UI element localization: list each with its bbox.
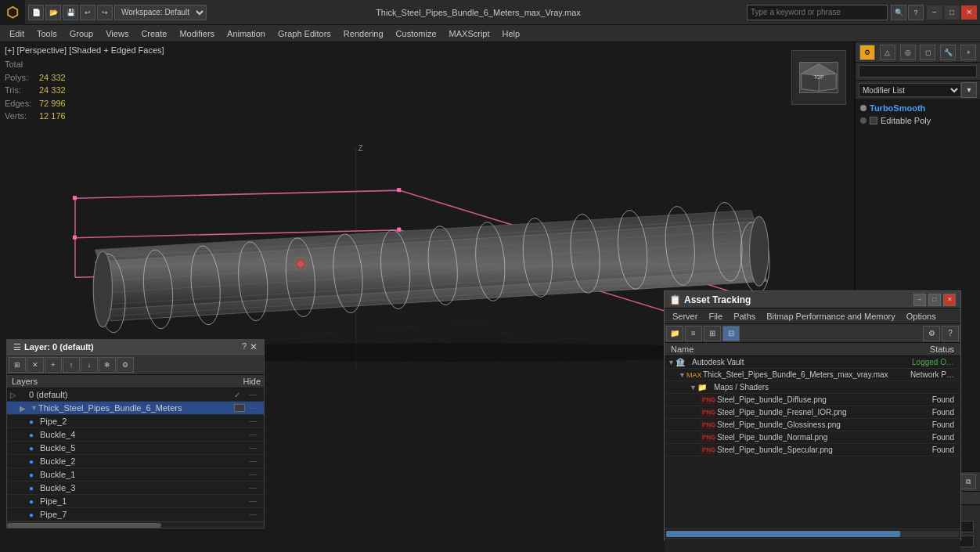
layer-item-4[interactable]: ● Buckle_5 — — [7, 442, 264, 455]
menu-bar: Edit Tools Group Views Create Modifiers … — [0, 25, 980, 42]
layer-item-0[interactable]: ▷ 0 (default) ✓ — — [7, 388, 264, 402]
layer-item-8[interactable]: ● Pipe_1 — — [7, 495, 264, 508]
new-file-btn[interactable]: 📄 — [28, 5, 44, 20]
layers-panel: ☰ Layer: 0 (default) ? ✕ ⊞ ✕ + ↑ ↓ ❄ ⚙ L… — [6, 339, 265, 529]
menu-maxscript[interactable]: MAXScript — [443, 27, 496, 40]
asset-menu-paths[interactable]: Paths — [729, 311, 760, 322]
instance-icon[interactable]: ⧉ — [960, 474, 976, 489]
nav-cube[interactable]: TOP — [791, 50, 846, 105]
svg-rect-51 — [397, 228, 401, 232]
menu-group[interactable]: Group — [63, 27, 100, 40]
gloss-name: Steel_Pipe_bundle_Glossiness.png — [717, 420, 895, 429]
asset-tool-folder[interactable]: 📁 — [666, 326, 683, 341]
asset-row-maps[interactable]: ▼ 📁 Maps / Shaders — [665, 381, 960, 394]
asset-row-gloss[interactable]: PNG Steel_Pipe_bundle_Glossiness.png Fou… — [665, 419, 960, 431]
asset-menu-bitmap[interactable]: Bitmap Performance and Memory — [762, 311, 899, 322]
help-btn[interactable]: ? — [908, 5, 924, 20]
utilities-icon[interactable]: 🔧 — [940, 45, 956, 60]
vault-name: Autodesk Vault — [692, 358, 895, 366]
menu-customize[interactable]: Customize — [390, 27, 443, 40]
minimize-btn[interactable]: − — [927, 5, 942, 20]
layer-hide-2[interactable]: — — [245, 417, 261, 425]
search-btn[interactable]: 🔍 — [891, 5, 906, 20]
verts-value: 12 176 — [39, 110, 66, 123]
asset-menu-server[interactable]: Server — [668, 311, 702, 322]
layer-hide-7[interactable]: — — [245, 484, 261, 492]
redo-btn[interactable]: ↪ — [97, 5, 113, 20]
maximize-btn[interactable]: □ — [944, 5, 960, 20]
asset-row-diffuse[interactable]: PNG Steel_Pipe_bundle_Diffuse.png Found — [665, 394, 960, 406]
menu-rendering[interactable]: Rendering — [337, 27, 390, 40]
layers-help-btn[interactable]: ? — [242, 341, 247, 352]
layers-tool-add[interactable]: + — [45, 357, 62, 373]
layers-tool-select[interactable]: ⊞ — [9, 357, 26, 373]
motion-icon[interactable]: ◎ — [900, 45, 916, 60]
layer-hide-3[interactable]: — — [245, 431, 261, 438]
mod-checkbox-poly[interactable] — [870, 117, 877, 124]
layer-item-7[interactable]: ● Buckle_3 — — [7, 482, 264, 495]
layer-item-9[interactable]: ● Pipe_7 — — [7, 508, 264, 521]
save-btn[interactable]: 💾 — [63, 5, 78, 20]
asset-menu-options[interactable]: Options — [902, 311, 941, 322]
asset-tool-help[interactable]: ? — [942, 326, 959, 341]
asset-close-btn[interactable]: ✕ — [943, 294, 956, 306]
asset-minimize-btn[interactable]: − — [913, 294, 926, 306]
search-input[interactable] — [747, 5, 888, 20]
modifier-turbos[interactable]: TurboSmooth — [857, 102, 978, 114]
asset-tool-table[interactable]: ⊟ — [722, 326, 740, 341]
modifier-editable-poly[interactable]: Editable Poly — [857, 114, 978, 127]
asset-tool-settings[interactable]: ⚙ — [923, 326, 940, 341]
modifier-panel-icon[interactable]: ⚙ — [859, 45, 875, 60]
menu-tools[interactable]: Tools — [31, 27, 63, 40]
menu-views[interactable]: Views — [99, 27, 135, 40]
workspace-select[interactable]: Workspace: Default — [114, 5, 207, 20]
hierarchy-icon[interactable]: △ — [880, 45, 895, 60]
layers-tool-move-down[interactable]: ↓ — [81, 357, 98, 373]
menu-edit[interactable]: Edit — [3, 27, 31, 40]
layer-hide-0[interactable]: — — [245, 391, 261, 399]
close-btn[interactable]: ✕ — [961, 5, 977, 20]
object-name-input[interactable]: Pipe_3 — [859, 65, 977, 78]
layer-hide-9[interactable]: — — [245, 511, 261, 518]
layers-tool-freeze[interactable]: ❄ — [99, 357, 116, 373]
layers-tool-settings[interactable]: ⚙ — [117, 357, 134, 373]
asset-row-specular[interactable]: PNG Steel_Pipe_bundle_Specular.png Found — [665, 444, 960, 456]
asset-row-fresnel[interactable]: PNG Steel_Pipe_bundle_Fresnel_IOR.png Fo… — [665, 406, 960, 419]
layers-scrollbar-thumb[interactable] — [7, 523, 161, 528]
layer-item-3[interactable]: ● Buckle_4 — — [7, 428, 264, 442]
asset-row-vault[interactable]: ▼ 🏦 Autodesk Vault Logged O… — [665, 356, 960, 369]
undo-btn[interactable]: ↩ — [80, 5, 95, 20]
layer-hide-8[interactable]: — — [245, 497, 261, 505]
open-btn[interactable]: 📂 — [45, 5, 61, 20]
modifier-options-icon[interactable]: ▼ — [961, 82, 977, 98]
extra-icon[interactable]: + — [960, 45, 976, 60]
layers-scrollbar[interactable] — [7, 521, 264, 528]
layers-title-left: ☰ Layer: 0 (default) — [13, 342, 94, 352]
layer-item-2[interactable]: ● Pipe_2 — — [7, 415, 264, 428]
asset-maximize-btn[interactable]: □ — [928, 294, 941, 306]
layer-hide-5[interactable]: — — [245, 457, 261, 465]
layers-tool-move-selected[interactable]: ↑ — [63, 357, 80, 373]
asset-tool-list[interactable]: ≡ — [685, 326, 702, 341]
menu-animation[interactable]: Animation — [221, 27, 272, 40]
menu-modifiers[interactable]: Modifiers — [173, 27, 221, 40]
layer-item-1[interactable]: ▶ ▼ Thick_Steel_Pipes_Bundle_6_Meters — — [7, 402, 264, 415]
asset-row-max[interactable]: ▼ MAX Thick_Steel_Pipes_Bundle_6_Meters_… — [665, 369, 960, 381]
layer-item-6[interactable]: ● Buckle_1 — — [7, 468, 264, 482]
layers-close-btn[interactable]: ✕ — [250, 341, 258, 352]
layers-tool-delete[interactable]: ✕ — [27, 357, 44, 373]
layer-hide-6[interactable]: — — [245, 471, 261, 478]
display-icon[interactable]: ◻ — [920, 45, 935, 60]
layer-hide-4[interactable]: — — [245, 444, 261, 452]
asset-tool-grid[interactable]: ⊞ — [704, 326, 721, 341]
modifier-dropdown[interactable]: Modifier List — [859, 83, 961, 97]
asset-menu-file[interactable]: File — [704, 311, 727, 322]
layer-item-5[interactable]: ● Buckle_2 — — [7, 455, 264, 468]
asset-title-left: 📋 Asset Tracking — [669, 294, 751, 305]
layer-hide-1[interactable]: — — [245, 404, 261, 412]
menu-graph-editors[interactable]: Graph Editors — [272, 27, 337, 40]
menu-create[interactable]: Create — [135, 27, 173, 40]
max-status: Network P… — [895, 370, 957, 379]
menu-help[interactable]: Help — [496, 27, 527, 40]
asset-row-normal[interactable]: PNG Steel_Pipe_bundle_Normal.png Found — [665, 431, 960, 444]
